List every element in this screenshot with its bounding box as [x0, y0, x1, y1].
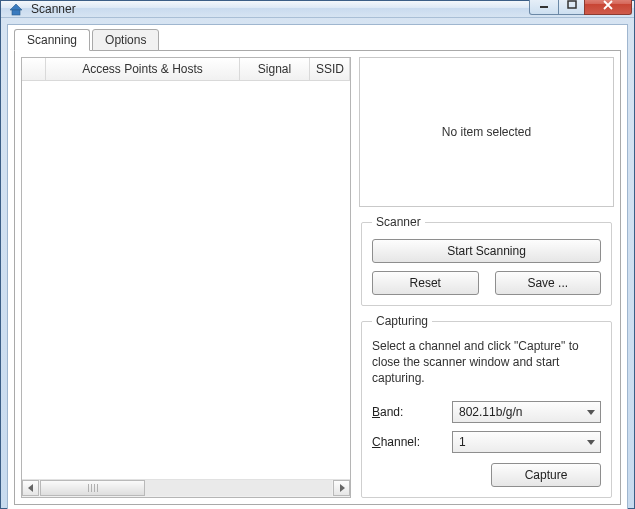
- reset-button[interactable]: Reset: [372, 271, 479, 295]
- list-header: Access Points & Hosts Signal SSID: [22, 58, 350, 81]
- list-col-access[interactable]: Access Points & Hosts: [46, 58, 240, 81]
- list-col-icon[interactable]: [22, 58, 46, 81]
- capturing-help: Select a channel and click "Capture" to …: [372, 338, 601, 387]
- client-area: Scanning Options Access Points & Hosts S…: [7, 24, 628, 509]
- svg-rect-1: [540, 6, 548, 8]
- list-body[interactable]: [22, 81, 350, 479]
- start-scanning-button[interactable]: Start Scanning: [372, 239, 601, 263]
- svg-rect-0: [12, 10, 20, 15]
- maximize-button[interactable]: [558, 0, 585, 15]
- scanner-group: Scanner Start Scanning Reset Save ...: [361, 215, 612, 306]
- capturing-legend: Capturing: [372, 314, 432, 328]
- scanner-window: Scanner Scanning Options Access Point: [0, 0, 635, 509]
- channel-label: Channel:: [372, 435, 442, 449]
- device-list[interactable]: Access Points & Hosts Signal SSID: [21, 57, 351, 498]
- minimize-button[interactable]: [529, 0, 559, 15]
- tab-options[interactable]: Options: [92, 29, 159, 51]
- tab-scanning[interactable]: Scanning: [14, 29, 90, 51]
- band-select[interactable]: 802.11b/g/n: [452, 401, 601, 423]
- list-col-signal[interactable]: Signal: [240, 58, 310, 81]
- window-title: Scanner: [31, 2, 76, 16]
- right-panel: No item selected Scanner Start Scanning …: [359, 57, 614, 498]
- scroll-right-button[interactable]: [333, 480, 350, 496]
- scanner-legend: Scanner: [372, 215, 425, 229]
- svg-rect-2: [568, 1, 576, 8]
- app-icon: [5, 1, 27, 17]
- tab-strip: Scanning Options: [14, 29, 621, 51]
- capture-button[interactable]: Capture: [491, 463, 601, 487]
- window-buttons: [530, 0, 632, 15]
- no-selection-label: No item selected: [442, 125, 531, 139]
- horizontal-scrollbar[interactable]: [22, 479, 350, 497]
- band-label: Band:: [372, 405, 442, 419]
- save-button[interactable]: Save ...: [495, 271, 602, 295]
- scroll-thumb[interactable]: [40, 480, 145, 496]
- close-button[interactable]: [584, 0, 632, 15]
- titlebar[interactable]: Scanner: [1, 1, 634, 18]
- list-col-ssid[interactable]: SSID: [310, 58, 350, 81]
- selection-info: No item selected: [359, 57, 614, 207]
- scroll-left-button[interactable]: [22, 480, 39, 496]
- scroll-track[interactable]: [40, 480, 332, 496]
- channel-select[interactable]: 1: [452, 431, 601, 453]
- capturing-group: Capturing Select a channel and click "Ca…: [361, 314, 612, 498]
- tab-body: Access Points & Hosts Signal SSID: [14, 51, 621, 505]
